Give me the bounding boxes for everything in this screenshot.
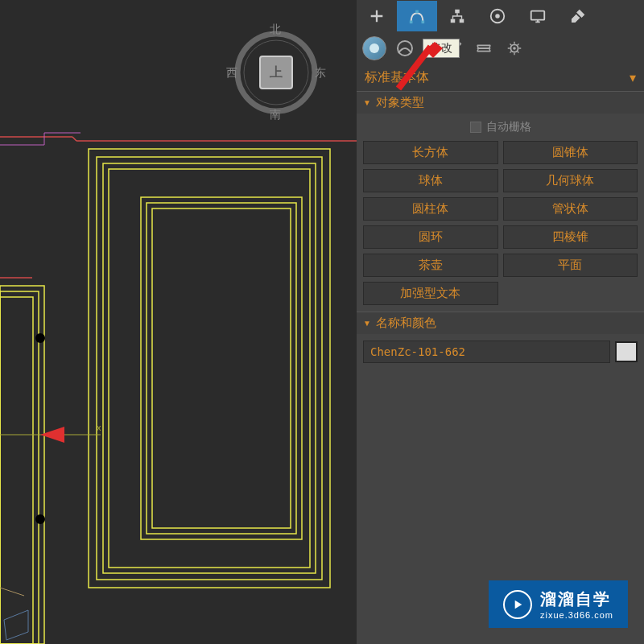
tooltip: 修改 bbox=[423, 39, 460, 58]
subtab-cameras[interactable] bbox=[469, 34, 498, 63]
svg-rect-7 bbox=[97, 157, 322, 580]
btn-cone[interactable]: 圆锥体 bbox=[503, 141, 638, 164]
btn-box[interactable]: 长方体 bbox=[363, 141, 498, 164]
tab-display[interactable] bbox=[518, 1, 558, 31]
btn-torus[interactable]: 圆环 bbox=[363, 225, 498, 249]
svg-point-34 bbox=[495, 14, 500, 19]
svg-rect-35 bbox=[531, 11, 545, 20]
svg-rect-8 bbox=[103, 163, 316, 573]
btn-tube[interactable]: 管状体 bbox=[503, 197, 638, 221]
main-tab-row bbox=[357, 0, 644, 32]
btn-teapot[interactable]: 茶壶 bbox=[363, 254, 498, 277]
subtab-shapes[interactable] bbox=[390, 34, 419, 63]
category-dropdown[interactable]: 标准基本体 ▾ bbox=[357, 64, 644, 91]
svg-marker-23 bbox=[4, 610, 28, 640]
svg-rect-27 bbox=[410, 21, 413, 24]
tab-create[interactable] bbox=[357, 1, 397, 31]
play-icon bbox=[503, 590, 532, 619]
sub-tab-row: 修改 bbox=[357, 32, 644, 64]
tab-hierarchy[interactable] bbox=[437, 1, 477, 31]
tab-utilities[interactable] bbox=[558, 1, 598, 31]
viewcube[interactable]: 北 南 西 东 上 bbox=[228, 24, 324, 121]
svg-marker-41 bbox=[515, 600, 522, 609]
autogrid-checkbox[interactable] bbox=[470, 122, 481, 133]
svg-line-1 bbox=[72, 137, 76, 141]
tab-modify[interactable] bbox=[397, 1, 437, 31]
autogrid-row[interactable]: 自动栅格 bbox=[363, 120, 638, 134]
section-name-color-header[interactable]: ▼ 名称和颜色 bbox=[357, 312, 644, 334]
btn-cylinder[interactable]: 圆柱体 bbox=[363, 197, 498, 221]
command-panel: 修改 标准基本体 ▾ ▼ 对象类型 自动栅格 长方体 圆锥体 bbox=[357, 0, 644, 644]
svg-point-17 bbox=[35, 333, 45, 343]
svg-rect-30 bbox=[455, 10, 460, 14]
svg-rect-6 bbox=[89, 149, 330, 588]
svg-rect-28 bbox=[422, 21, 425, 24]
svg-point-39 bbox=[513, 47, 516, 50]
section-object-type-body: 自动栅格 长方体 圆锥体 球体 几何球体 圆柱体 管状体 圆环 四棱锥 茶壶 平… bbox=[357, 114, 644, 312]
section-object-type-header[interactable]: ▼ 对象类型 bbox=[357, 91, 644, 114]
svg-rect-32 bbox=[460, 19, 464, 23]
svg-rect-31 bbox=[451, 19, 456, 23]
subtab-helpers[interactable] bbox=[500, 34, 529, 63]
object-name-input[interactable] bbox=[363, 341, 610, 363]
svg-rect-9 bbox=[109, 169, 310, 568]
svg-rect-12 bbox=[152, 208, 291, 528]
watermark: 溜溜自学 zixue.3d66.com bbox=[489, 580, 628, 628]
btn-geosphere[interactable]: 几何球体 bbox=[503, 169, 638, 192]
svg-rect-11 bbox=[147, 203, 296, 534]
tab-motion[interactable] bbox=[477, 1, 518, 31]
btn-plane[interactable]: 平面 bbox=[503, 254, 638, 277]
viewport[interactable]: x 北 南 西 东 上 bbox=[0, 0, 357, 644]
svg-rect-29 bbox=[415, 10, 419, 14]
section-name-color-body bbox=[357, 334, 644, 369]
btn-textplus[interactable]: 加强型文本 bbox=[363, 282, 498, 305]
svg-text:x: x bbox=[97, 423, 101, 432]
svg-rect-16 bbox=[0, 297, 33, 644]
subtab-geometry[interactable]: 修改 bbox=[360, 34, 389, 63]
color-swatch[interactable] bbox=[615, 341, 638, 362]
svg-point-36 bbox=[369, 43, 379, 53]
btn-pyramid[interactable]: 四棱锥 bbox=[503, 225, 638, 249]
svg-point-18 bbox=[35, 514, 45, 524]
svg-rect-10 bbox=[141, 197, 302, 539]
svg-line-22 bbox=[0, 588, 24, 596]
btn-sphere[interactable]: 球体 bbox=[363, 169, 498, 192]
